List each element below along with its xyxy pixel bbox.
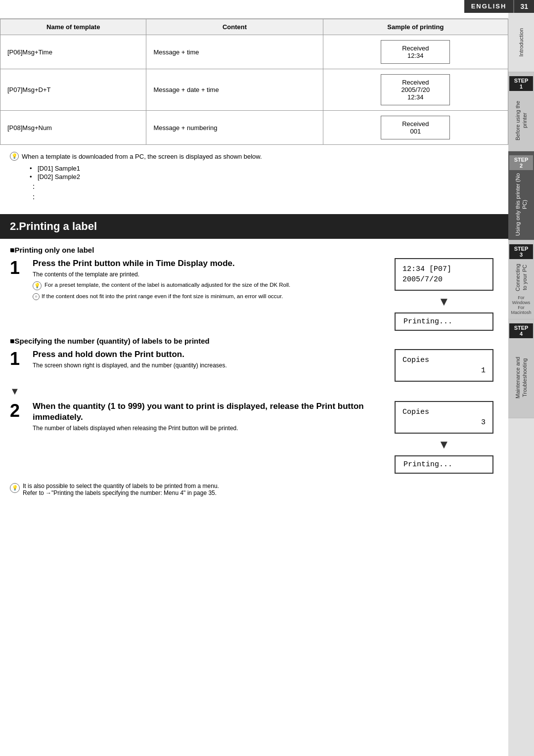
sidebar-step4-label: Maintenance and Troubleshooting [514, 341, 529, 414]
step3-desc: The number of labels displayed when rele… [33, 425, 382, 432]
step1-content: Press the Print button while in Time Dis… [33, 258, 382, 302]
step3-down-arrow: ▼ [438, 438, 450, 451]
step2a-desc: The screen shown right is displayed, and… [33, 362, 382, 369]
sidebar-intro-label: Introduction [518, 28, 525, 56]
step3-block: 2 When the quantity (1 to 999) you want … [10, 401, 498, 474]
step1-note1-text: For a preset template, the content of th… [44, 281, 290, 289]
english-badge: ENGLISH [464, 0, 514, 13]
download-note-text: When a template is downloaded from a PC,… [22, 152, 498, 162]
bottom-note: 💡 It is also possible to select the quan… [0, 478, 508, 501]
sidebar-step2-badge: STEP 2 [509, 155, 533, 170]
step1-note1-icon: 💡 [33, 281, 42, 290]
page-number: 31 [513, 0, 534, 13]
sample1-line1: Received [402, 44, 429, 52]
step3-copies-label: Copies [402, 407, 486, 417]
sidebar-step3-sub2: For Macintosh [509, 305, 533, 315]
row3-content: Message + numbering [146, 111, 323, 145]
sidebar-step2: STEP 2 Using only this printer (No PC) [508, 151, 534, 240]
step3-printing-box: Printing... [395, 455, 493, 474]
download-bullet-list: [D01] Sample1 [D02] Sample2 [30, 165, 498, 180]
dots-line: ：： [30, 181, 498, 202]
step2a-title: Press and hold down the Print button. [33, 349, 382, 360]
sample3-line1: Received [402, 120, 429, 128]
bottom-note-main-text: It is also possible to select the quanti… [23, 483, 219, 489]
sidebar-step3-badge: STEP 3 [509, 244, 533, 259]
sample2-line2: 2005/7/20 [401, 86, 430, 93]
sidebar-step4-badge: STEP 4 [509, 323, 533, 338]
bullet-item-2: [D02] Sample2 [30, 173, 498, 180]
sub-heading-2-text: ■Specifying the number (quantity) of lab… [10, 337, 209, 345]
step1-screen-line1: 12:34 [P07] [402, 264, 486, 274]
step1-block: 1 Press the Print button while in Time D… [10, 258, 498, 331]
sample-box-1: Received 12:34 [381, 40, 450, 64]
main-content: Name of template Content Sample of print… [0, 0, 508, 501]
sample-box-2: Received 2005/7/20 12:34 [381, 74, 450, 105]
row2-name: [P07]Msg+D+T [0, 69, 146, 111]
sidebar-step1: STEP 1 Before using the printer [508, 72, 534, 151]
step2a-display: Copies 1 [390, 349, 498, 382]
step2a-number: 1 [10, 350, 25, 368]
row1-name: [P06]Msg+Time [0, 35, 146, 69]
table-row: [P08]Msg+Num Message + numbering Receive… [0, 111, 508, 145]
sub-heading-1-text: ■Printing only one label [10, 246, 94, 254]
row3-name: [P08]Msg+Num [0, 111, 146, 145]
sidebar-step1-badge: STEP 1 [509, 76, 533, 91]
step1-number: 1 [10, 259, 25, 277]
note-icon-download: 💡 [10, 152, 19, 161]
step2a-copies-label: Copies [402, 355, 486, 365]
sidebar-step3-sub1: For Windows [509, 295, 533, 305]
col-header-name: Name of template [0, 19, 146, 35]
step3-copies-value: 3 [402, 417, 486, 428]
step1-display: 12:34 [P07] 2005/7/20 ▼ Printing... [390, 258, 498, 331]
row1-content: Message + time [146, 35, 323, 69]
sidebar-intro: Introduction [508, 13, 534, 72]
row3-sample: Received 001 [323, 111, 508, 145]
sub-heading-2: ■Specifying the number (quantity) of lab… [10, 337, 498, 345]
sample2-line3: 12:34 [407, 93, 424, 101]
step2a-copies-box: Copies 1 [395, 349, 493, 382]
sidebar-step2-label: Using only this printer (No PC) [514, 173, 529, 236]
sidebar-step3: STEP 3 Connecting to your PC For Windows… [508, 240, 534, 319]
section2-heading: 2.Printing a label [0, 214, 508, 239]
step1-note2-text: If the content does not fit into the pri… [42, 292, 283, 300]
step2a-copies-value: 1 [402, 365, 486, 376]
table-row: [P07]Msg+D+T Message + date + time Recei… [0, 69, 508, 111]
bottom-note-ref: Refer to →"Printing the labels specifyin… [23, 489, 217, 496]
sample2-line1: Received [402, 79, 429, 86]
step1-printing-box: Printing... [395, 312, 493, 331]
step1-note2-icon: ○ [33, 293, 40, 300]
row1-sample: Received 12:34 [323, 35, 508, 69]
template-table: Name of template Content Sample of print… [0, 19, 508, 145]
col-header-sample: Sample of printing [323, 19, 508, 35]
sidebar-step3-label: Connecting to your PC [514, 262, 529, 293]
step1-title: Press the Print button while in Time Dis… [33, 258, 382, 269]
sidebar-step4: STEP 4 Maintenance and Troubleshooting [508, 319, 534, 418]
download-note-row: 💡 When a template is downloaded from a P… [10, 152, 498, 162]
step3-content: When the quantity (1 to 999) you want to… [33, 401, 382, 435]
step1-screen-line2: 2005/7/20 [402, 274, 486, 285]
row2-sample: Received 2005/7/20 12:34 [323, 69, 508, 111]
step2a-block: 1 Press and hold down the Print button. … [10, 349, 498, 382]
step1-down-arrow: ▼ [438, 295, 450, 309]
step2a-content: Press and hold down the Print button. Th… [33, 349, 382, 372]
step3-display: Copies 3 ▼ Printing... [390, 401, 498, 474]
row2-content: Message + date + time [146, 69, 323, 111]
bullet-item-1: [D01] Sample1 [30, 165, 498, 172]
step1-screen: 12:34 [P07] 2005/7/20 [395, 258, 493, 291]
step1-note1: 💡 For a preset template, the content of … [33, 281, 382, 290]
download-note-section: 💡 When a template is downloaded from a P… [0, 145, 508, 209]
step1-note2: ○ If the content does not fit into the p… [33, 292, 382, 300]
step3-number: 2 [10, 402, 25, 420]
table-row: [P06]Msg+Time Message + time Received 12… [0, 35, 508, 69]
right-sidebar: ENGLISH 31 Introduction STEP 1 Before us… [508, 0, 534, 756]
step3-title: When the quantity (1 to 999) you want to… [33, 401, 382, 423]
step3-copies-box: Copies 3 [395, 401, 493, 434]
sidebar-step1-label: Before using the printer [514, 94, 529, 147]
bottom-note-text: It is also possible to select the quanti… [23, 483, 219, 496]
step1-desc: The contents of the template are printed… [33, 271, 382, 278]
bottom-note-icon: 💡 [10, 483, 20, 493]
divider-arrow: ▼ [10, 386, 498, 397]
page-wrapper: ENGLISH 31 Introduction STEP 1 Before us… [0, 0, 534, 756]
sample3-line2: 001 [410, 128, 421, 135]
sample1-line2: 12:34 [407, 52, 424, 59]
